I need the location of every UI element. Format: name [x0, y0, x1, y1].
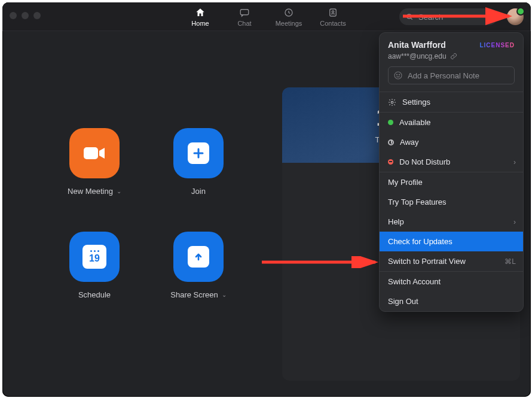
titlebar: Home Chat Meetings [2, 2, 531, 31]
menu-switch-account[interactable]: Switch Account [380, 272, 523, 291]
video-icon [82, 145, 106, 162]
menu-check-for-updates[interactable]: Check for Updates [380, 232, 523, 251]
menu-settings-label: Settings [402, 98, 430, 107]
menu-my-profile-label: My Profile [388, 178, 423, 187]
personal-note-placeholder: Add a Personal Note [408, 71, 479, 80]
menu-portrait-label: Switch to Portrait View [388, 257, 466, 266]
menu-switch-portrait[interactable]: Switch to Portrait View ⌘L [380, 251, 523, 271]
app-window: Home Chat Meetings [2, 2, 531, 397]
svg-point-6 [395, 72, 402, 79]
menu-status-available[interactable]: Available [380, 113, 523, 132]
search-icon [405, 13, 414, 21]
search-input[interactable]: Search [399, 8, 497, 25]
svg-point-7 [396, 74, 397, 75]
svg-point-3 [332, 11, 334, 13]
menu-sign-out-label: Sign Out [388, 297, 418, 306]
menu-help[interactable]: Help › [380, 212, 523, 232]
chevron-right-icon: › [513, 158, 516, 166]
status-available-label: Available [399, 118, 431, 127]
menu-switch-account-label: Switch Account [388, 277, 441, 286]
nav-meetings[interactable]: Meetings [267, 2, 311, 31]
svg-point-9 [391, 101, 393, 104]
chat-icon [222, 7, 267, 18]
shortcut-label: ⌘L [505, 257, 516, 266]
menu-try-top-label: Try Top Features [388, 198, 447, 206]
join-button[interactable] [173, 128, 224, 178]
new-meeting-label: New Meeting [68, 187, 113, 196]
svg-rect-5 [84, 147, 98, 159]
share-screen-button[interactable] [173, 232, 224, 282]
license-badge: LICENSED [479, 42, 515, 48]
menu-status-away[interactable]: Away [380, 132, 523, 152]
profile-name: Anita Warfford [388, 40, 446, 50]
join-label: Join [191, 187, 206, 196]
status-dnd-icon [388, 159, 393, 165]
search-placeholder: Search [418, 13, 443, 22]
status-dnd-label: Do Not Disturb [399, 157, 450, 166]
schedule-button[interactable]: 19 [69, 232, 120, 282]
menu-settings[interactable]: Settings [380, 92, 523, 112]
svg-point-4 [407, 14, 411, 19]
nav-chat-label: Chat [222, 20, 267, 27]
menu-my-profile[interactable]: My Profile [380, 172, 523, 192]
profile-email: aaw***@uncg.edu [388, 52, 447, 60]
svg-point-8 [399, 74, 399, 75]
status-away-icon [388, 139, 394, 145]
upload-icon [188, 246, 209, 268]
menu-try-top-features[interactable]: Try Top Features [380, 192, 523, 212]
nav-contacts[interactable]: Contacts [311, 2, 355, 31]
nav-meetings-label: Meetings [267, 20, 311, 27]
gear-icon [388, 98, 396, 107]
share-screen-label: Share Screen [170, 290, 218, 299]
home-tiles: New Meeting ⌄ Join 19 [62, 128, 253, 310]
menu-check-updates-label: Check for Updates [388, 237, 452, 246]
contacts-icon [311, 7, 355, 18]
profile-avatar[interactable] [507, 8, 524, 25]
menu-help-label: Help [388, 217, 404, 226]
home-icon [178, 7, 222, 18]
new-meeting-button[interactable] [69, 128, 120, 178]
status-available-icon [388, 120, 393, 125]
schedule-label: Schedule [78, 290, 111, 299]
profile-menu: Anita Warfford LICENSED aaw***@uncg.edu … [379, 32, 524, 312]
nav-home[interactable]: Home [178, 2, 222, 31]
plus-icon [188, 142, 209, 164]
svg-rect-0 [240, 10, 249, 15]
smiley-icon [393, 71, 403, 80]
status-away-label: Away [400, 138, 419, 147]
nav-chat[interactable]: Chat [222, 2, 267, 31]
nav-contacts-label: Contacts [311, 20, 355, 27]
link-icon [450, 53, 457, 60]
nav-home-label: Home [178, 20, 222, 27]
menu-sign-out[interactable]: Sign Out [380, 291, 523, 311]
chevron-right-icon: › [513, 218, 516, 226]
menu-status-dnd[interactable]: Do Not Disturb › [380, 152, 523, 172]
calendar-day: 19 [89, 253, 100, 264]
chevron-down-icon[interactable]: ⌄ [117, 188, 121, 195]
clock-icon [267, 7, 311, 18]
chevron-down-icon[interactable]: ⌄ [222, 291, 227, 298]
calendar-icon: 19 [82, 245, 106, 269]
profile-header: Anita Warfford LICENSED aaw***@uncg.edu … [380, 33, 523, 92]
personal-note-input[interactable]: Add a Personal Note [388, 66, 515, 84]
